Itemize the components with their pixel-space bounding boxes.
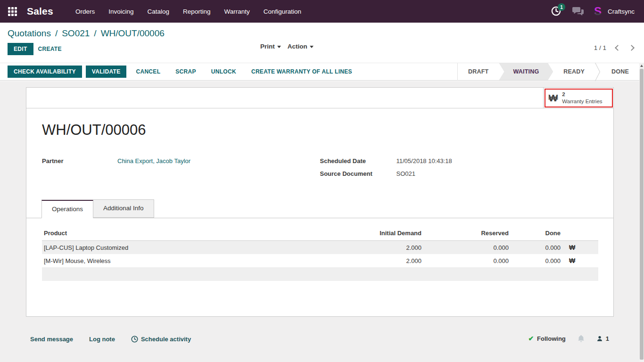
breadcrumb: Quotations / SO021 / WH/OUT/00006 [8,28,165,39]
source-document-value: SO021 [396,170,415,177]
pager-value: 1 / 1 [594,44,606,51]
column-product[interactable]: Product [42,226,303,241]
empty-row [42,267,598,281]
initial-demand-cell: 2.000 [303,254,425,267]
tab-additional-info[interactable]: Additional Info [93,199,154,218]
state-ready[interactable]: READY [553,63,595,80]
vertical-scrollbar [639,63,644,362]
initial-demand-cell: 2.000 [303,241,425,255]
check-availability-button[interactable]: CHECK AVAILABILITY [8,66,82,78]
reserved-cell: 0.000 [425,241,512,255]
chatter-actions: Send message Log note Schedule activity [30,336,191,343]
column-reserved[interactable]: Reserved [425,226,512,241]
column-done[interactable]: Done [512,226,564,241]
notebook-tabs: Operations Additional Info [26,200,613,218]
chevron-down-icon [277,46,281,48]
breadcrumb-separator: / [55,28,58,39]
main-content: ₩ 2 Warranty Entries WH/OUT/00006 Partne… [0,81,639,362]
scrollbar-thumb[interactable] [640,69,644,360]
done-cell: 0.000 [512,254,564,267]
chatter-followers: ✔ Following 1 [528,334,609,343]
warranty-entries-count: 2 [562,91,565,97]
schedule-activity-label: Schedule activity [141,336,191,343]
apps-grid-icon[interactable] [8,7,17,16]
activities-button[interactable]: 1 [551,6,562,17]
table-row[interactable]: [M-Wir] Mouse, Wireless 2.000 0.000 0.00… [42,254,598,267]
check-icon: ✔ [528,335,534,342]
won-icon[interactable]: ₩ [564,254,598,267]
navbar-right: 1 SS Craftsync [551,6,635,17]
status-pipeline: DRAFT WAITING READY DONE [457,63,639,81]
followers-count: 1 [606,335,609,342]
validate-button[interactable]: VALIDATE [86,66,127,78]
action-dropdowns: Print Action [260,43,314,50]
scrollbar-up-icon[interactable] [639,63,644,68]
schedule-activity-button[interactable]: Schedule activity [131,336,191,343]
action-dropdown-label: Action [288,43,307,50]
product-cell: [LAP-CUS] Laptop Customized [42,241,303,255]
menu-item-catalog[interactable]: Catalog [147,8,169,15]
clock-icon [131,336,138,343]
user-menu[interactable]: SS Craftsync [594,6,635,16]
followers-button[interactable]: 1 [596,335,609,342]
log-note-button[interactable]: Log note [89,336,115,343]
menu-item-warranty[interactable]: Warranty [224,8,250,15]
button-box: ₩ 2 Warranty Entries [26,88,613,108]
following-button[interactable]: ✔ Following [528,335,565,342]
breadcrumb-separator: / [94,28,96,39]
pager: 1 / 1 [594,44,634,51]
menu-item-orders[interactable]: Orders [75,8,95,15]
app-name[interactable]: Sales [27,6,53,17]
chevron-left-icon[interactable] [615,45,621,51]
action-dropdown[interactable]: Action [288,43,314,50]
chevron-down-icon [310,46,314,48]
print-dropdown-label: Print [260,43,275,50]
statusbar-buttons: CHECK AVAILABILITY VALIDATE CANCEL SCRAP… [0,66,358,78]
messages-icon [572,6,584,16]
field-group: Partner China Export, Jacob Taylor Sched… [42,157,598,177]
menu-item-invoicing[interactable]: Invoicing [108,8,133,15]
reserved-cell: 0.000 [425,254,512,267]
print-dropdown[interactable]: Print [260,43,281,50]
state-waiting[interactable]: WAITING [499,63,553,80]
chevron-right-icon[interactable] [628,45,635,51]
control-panel: Quotations / SO021 / WH/OUT/00006 EDIT C… [0,23,644,63]
messages-button[interactable] [572,6,584,16]
cancel-button[interactable]: CANCEL [130,66,166,78]
following-label: Following [537,335,566,342]
scheduled-date-value: 11/05/2018 10:43:18 [396,157,452,165]
statusbar: CHECK AVAILABILITY VALIDATE CANCEL SCRAP… [0,63,639,81]
state-separator-icon [595,63,601,81]
send-message-button[interactable]: Send message [30,336,73,343]
warranty-entries-highlight: ₩ 2 Warranty Entries [545,89,613,107]
form-buttons: EDIT CREATE [8,43,66,55]
table-row[interactable]: [LAP-CUS] Laptop Customized 2.000 0.000 … [42,241,598,255]
menu-item-reporting[interactable]: Reporting [183,8,211,15]
operations-table: Product Initial Demand Reserved Done [LA… [42,226,598,281]
create-warranty-all-lines-button[interactable]: CREATE WARRANTY OF ALL LINES [246,66,358,78]
partner-label: Partner [42,157,117,165]
activity-badge: 1 [558,3,565,11]
breadcrumb-so021[interactable]: SO021 [62,28,90,39]
state-draft[interactable]: DRAFT [458,63,499,80]
product-cell: [M-Wir] Mouse, Wireless [42,254,303,267]
state-done[interactable]: DONE [601,63,639,80]
breadcrumb-current: WH/OUT/00006 [101,28,165,39]
bell-icon[interactable] [577,334,585,343]
tab-operations[interactable]: Operations [41,200,93,218]
warranty-entries-button[interactable]: ₩ 2 Warranty Entries [543,88,613,108]
warranty-entries-label: Warranty Entries [562,99,602,104]
scrap-button[interactable]: SCRAP [170,66,202,78]
breadcrumb-quotations[interactable]: Quotations [8,28,51,39]
done-cell: 0.000 [512,241,564,255]
won-icon[interactable]: ₩ [564,241,598,255]
create-button[interactable]: CREATE [33,43,66,55]
edit-button[interactable]: EDIT [8,43,33,55]
scheduled-date-label: Scheduled Date [320,157,396,165]
source-document-label: Source Document [320,170,396,177]
user-icon [596,335,603,342]
menu-item-configuration[interactable]: Configuration [264,8,301,15]
unlock-button[interactable]: UNLOCK [206,66,242,78]
column-initial-demand[interactable]: Initial Demand [303,226,425,241]
partner-value[interactable]: China Export, Jacob Taylor [117,157,190,165]
